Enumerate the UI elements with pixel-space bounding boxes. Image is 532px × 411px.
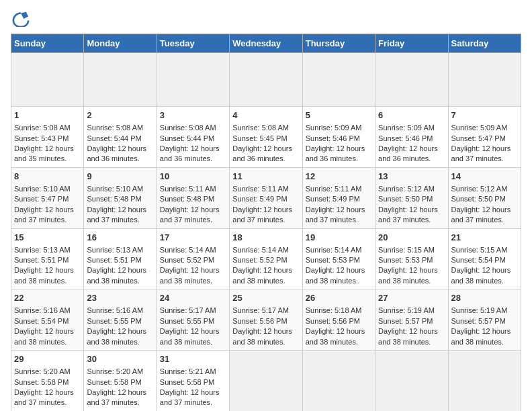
sunrise-label: Sunrise: 5:14 AM bbox=[160, 246, 216, 254]
day-number: 23 bbox=[87, 292, 153, 304]
calendar-cell: 6 Sunrise: 5:09 AM Sunset: 5:46 PM Dayli… bbox=[375, 107, 448, 168]
sunset-label: Sunset: 5:54 PM bbox=[451, 256, 506, 264]
calendar-cell bbox=[230, 53, 302, 107]
logo-icon bbox=[11, 11, 31, 27]
calendar-cell: 25 Sunrise: 5:17 AM Sunset: 5:56 PM Dayl… bbox=[230, 289, 302, 351]
sunrise-label: Sunrise: 5:11 AM bbox=[306, 185, 362, 193]
weekday-header-wednesday: Wednesday bbox=[230, 34, 302, 53]
calendar-cell bbox=[375, 53, 448, 107]
calendar-week-row: 29 Sunrise: 5:20 AM Sunset: 5:58 PM Dayl… bbox=[11, 351, 521, 412]
calendar-week-row: 1 Sunrise: 5:08 AM Sunset: 5:43 PM Dayli… bbox=[11, 107, 521, 168]
sunset-label: Sunset: 5:56 PM bbox=[306, 317, 360, 325]
calendar-cell: 9 Sunrise: 5:10 AM Sunset: 5:48 PM Dayli… bbox=[84, 167, 157, 228]
daylight-label: Daylight: 12 hours and 36 minutes. bbox=[232, 144, 292, 163]
calendar-cell: 7 Sunrise: 5:09 AM Sunset: 5:47 PM Dayli… bbox=[448, 107, 521, 168]
daylight-label: Daylight: 12 hours and 38 minutes. bbox=[14, 327, 74, 345]
calendar-table: SundayMondayTuesdayWednesdayThursdayFrid… bbox=[11, 34, 521, 411]
calendar-cell: 27 Sunrise: 5:19 AM Sunset: 5:57 PM Dayl… bbox=[375, 289, 448, 351]
daylight-label: Daylight: 12 hours and 37 minutes. bbox=[451, 205, 511, 224]
day-number: 18 bbox=[232, 232, 299, 244]
calendar-cell bbox=[448, 351, 521, 412]
daylight-label: Daylight: 12 hours and 37 minutes. bbox=[451, 144, 511, 163]
day-number: 29 bbox=[14, 353, 81, 365]
day-number: 8 bbox=[14, 171, 81, 183]
daylight-label: Daylight: 12 hours and 37 minutes. bbox=[14, 205, 74, 224]
daylight-label: Daylight: 12 hours and 38 minutes. bbox=[378, 266, 438, 284]
sunrise-label: Sunrise: 5:18 AM bbox=[306, 306, 362, 314]
daylight-label: Daylight: 12 hours and 38 minutes. bbox=[451, 266, 511, 284]
day-number: 1 bbox=[14, 109, 81, 122]
weekday-header-thursday: Thursday bbox=[302, 34, 375, 53]
calendar-cell bbox=[302, 351, 375, 412]
calendar-cell: 28 Sunrise: 5:19 AM Sunset: 5:57 PM Dayl… bbox=[448, 289, 521, 351]
day-number: 10 bbox=[160, 171, 226, 183]
daylight-label: Daylight: 12 hours and 37 minutes. bbox=[160, 205, 220, 224]
calendar-week-row bbox=[11, 53, 521, 107]
sunset-label: Sunset: 5:55 PM bbox=[87, 317, 141, 325]
daylight-label: Daylight: 12 hours and 38 minutes. bbox=[87, 266, 146, 284]
calendar-cell bbox=[230, 351, 302, 412]
sunset-label: Sunset: 5:49 PM bbox=[306, 195, 360, 203]
sunrise-label: Sunrise: 5:09 AM bbox=[451, 124, 508, 132]
sunset-label: Sunset: 5:50 PM bbox=[378, 195, 433, 203]
day-number: 17 bbox=[160, 232, 226, 244]
sunrise-label: Sunrise: 5:10 AM bbox=[87, 185, 143, 193]
daylight-label: Daylight: 12 hours and 36 minutes. bbox=[87, 144, 146, 163]
sunrise-label: Sunrise: 5:14 AM bbox=[306, 246, 362, 254]
sunset-label: Sunset: 5:58 PM bbox=[14, 378, 69, 386]
sunrise-label: Sunrise: 5:16 AM bbox=[87, 306, 143, 314]
sunrise-label: Sunrise: 5:08 AM bbox=[232, 124, 289, 132]
day-number: 6 bbox=[378, 109, 445, 122]
day-number: 15 bbox=[14, 232, 81, 244]
weekday-header-tuesday: Tuesday bbox=[157, 34, 229, 53]
daylight-label: Daylight: 12 hours and 37 minutes. bbox=[378, 205, 438, 224]
sunset-label: Sunset: 5:53 PM bbox=[378, 256, 433, 264]
calendar-cell: 22 Sunrise: 5:16 AM Sunset: 5:54 PM Dayl… bbox=[11, 289, 84, 351]
day-number: 7 bbox=[451, 109, 518, 122]
calendar-week-row: 15 Sunrise: 5:13 AM Sunset: 5:51 PM Dayl… bbox=[11, 228, 521, 289]
calendar-cell: 30 Sunrise: 5:20 AM Sunset: 5:58 PM Dayl… bbox=[84, 351, 157, 412]
calendar-cell: 5 Sunrise: 5:09 AM Sunset: 5:46 PM Dayli… bbox=[302, 107, 375, 168]
sunrise-label: Sunrise: 5:15 AM bbox=[378, 246, 435, 254]
day-number: 2 bbox=[87, 109, 153, 122]
calendar-cell: 17 Sunrise: 5:14 AM Sunset: 5:52 PM Dayl… bbox=[157, 228, 229, 289]
sunrise-label: Sunrise: 5:10 AM bbox=[14, 185, 71, 193]
sunrise-label: Sunrise: 5:09 AM bbox=[378, 124, 435, 132]
calendar-cell: 4 Sunrise: 5:08 AM Sunset: 5:45 PM Dayli… bbox=[230, 107, 302, 168]
calendar-cell bbox=[157, 53, 229, 107]
sunset-label: Sunset: 5:52 PM bbox=[160, 256, 214, 264]
sunset-label: Sunset: 5:45 PM bbox=[232, 134, 287, 142]
calendar-cell: 11 Sunrise: 5:11 AM Sunset: 5:49 PM Dayl… bbox=[230, 167, 302, 228]
daylight-label: Daylight: 12 hours and 38 minutes. bbox=[306, 327, 365, 345]
calendar-cell: 1 Sunrise: 5:08 AM Sunset: 5:43 PM Dayli… bbox=[11, 107, 84, 168]
sunset-label: Sunset: 5:51 PM bbox=[87, 256, 141, 264]
sunset-label: Sunset: 5:56 PM bbox=[232, 317, 287, 325]
day-number: 9 bbox=[87, 171, 153, 183]
calendar-cell: 21 Sunrise: 5:15 AM Sunset: 5:54 PM Dayl… bbox=[448, 228, 521, 289]
sunrise-label: Sunrise: 5:12 AM bbox=[378, 185, 435, 193]
daylight-label: Daylight: 12 hours and 37 minutes. bbox=[87, 205, 146, 224]
sunrise-label: Sunrise: 5:19 AM bbox=[378, 306, 435, 314]
day-number: 25 bbox=[232, 292, 299, 304]
daylight-label: Daylight: 12 hours and 38 minutes. bbox=[232, 266, 292, 284]
sunset-label: Sunset: 5:55 PM bbox=[160, 317, 214, 325]
sunset-label: Sunset: 5:47 PM bbox=[451, 134, 506, 142]
sunrise-label: Sunrise: 5:20 AM bbox=[87, 367, 143, 375]
daylight-label: Daylight: 12 hours and 35 minutes. bbox=[14, 144, 74, 163]
calendar-week-row: 8 Sunrise: 5:10 AM Sunset: 5:47 PM Dayli… bbox=[11, 167, 521, 228]
sunrise-label: Sunrise: 5:11 AM bbox=[160, 185, 216, 193]
calendar-cell: 31 Sunrise: 5:21 AM Sunset: 5:58 PM Dayl… bbox=[157, 351, 229, 412]
day-number: 22 bbox=[14, 292, 81, 304]
calendar-cell: 29 Sunrise: 5:20 AM Sunset: 5:58 PM Dayl… bbox=[11, 351, 84, 412]
sunrise-label: Sunrise: 5:13 AM bbox=[14, 246, 71, 254]
calendar-cell bbox=[84, 53, 157, 107]
sunrise-label: Sunrise: 5:16 AM bbox=[14, 306, 71, 314]
sunset-label: Sunset: 5:53 PM bbox=[306, 256, 360, 264]
sunset-label: Sunset: 5:54 PM bbox=[14, 317, 69, 325]
sunset-label: Sunset: 5:48 PM bbox=[160, 195, 214, 203]
day-number: 12 bbox=[306, 171, 372, 183]
calendar-cell: 13 Sunrise: 5:12 AM Sunset: 5:50 PM Dayl… bbox=[375, 167, 448, 228]
sunrise-label: Sunrise: 5:08 AM bbox=[87, 124, 143, 132]
daylight-label: Daylight: 12 hours and 38 minutes. bbox=[378, 327, 438, 345]
sunset-label: Sunset: 5:47 PM bbox=[14, 195, 69, 203]
